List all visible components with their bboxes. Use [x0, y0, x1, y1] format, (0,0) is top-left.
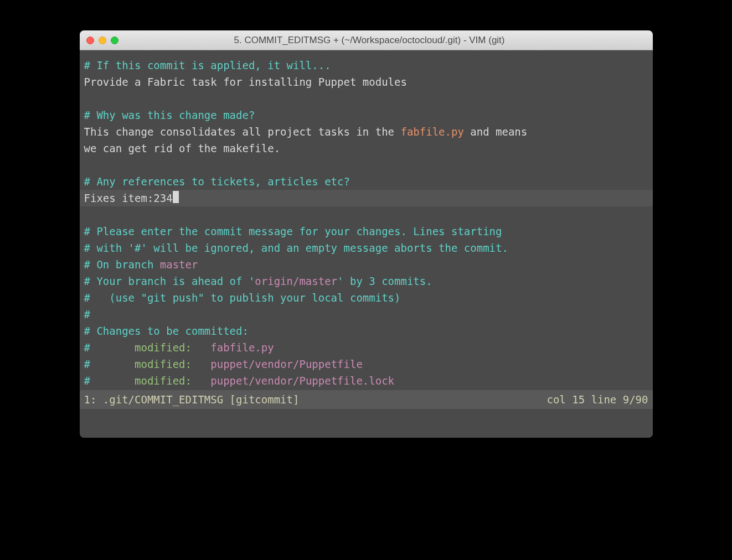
body-text: This change consolidates all project tas…: [84, 126, 401, 138]
modified-file: puppet/vendor/Puppetfile.lock: [210, 375, 394, 387]
empty-line: [80, 206, 653, 223]
hash: #: [84, 358, 90, 370]
modified-label: modified:: [90, 358, 210, 370]
close-button[interactable]: [86, 37, 94, 44]
comment-line: # with '#' will be ignored, and an empty…: [84, 242, 508, 254]
comment-line: # Changes to be committed:: [84, 325, 249, 337]
comment-line: # If this commit is applied, it will...: [84, 59, 331, 71]
hash: #: [84, 375, 90, 387]
statusbar-file: 1: .git/COMMIT_EDITMSG [gitcommit]: [84, 391, 300, 408]
terminal-window: 5. COMMIT_EDITMSG + (~/Workspace/octoclo…: [80, 30, 653, 438]
filename-highlight: fabfile.py: [400, 126, 463, 138]
comment-line: #: [84, 308, 90, 320]
branch-name: master: [160, 258, 198, 271]
vim-statusbar: 1: .git/COMMIT_EDITMSG [gitcommit] col 1…: [80, 390, 653, 409]
comment-line: # (use "git push" to publish your local …: [84, 292, 401, 304]
statusbar-position: col 15 line 9/90: [547, 391, 648, 408]
comment-line: # Why was this change made?: [84, 109, 255, 121]
window-title: 5. COMMIT_EDITMSG + (~/Workspace/octoclo…: [126, 35, 646, 46]
remote-branch: origin/master: [255, 275, 337, 287]
modified-label: modified:: [90, 375, 210, 387]
window-titlebar[interactable]: 5. COMMIT_EDITMSG + (~/Workspace/octoclo…: [80, 30, 653, 50]
cursor: [173, 191, 179, 203]
cursor-line: Fixes item:234: [80, 190, 653, 206]
commit-title: Provide a Fabric task for installing Pup…: [84, 76, 407, 88]
empty-line: [80, 157, 653, 173]
empty-line: [80, 90, 653, 107]
modified-file: puppet/vendor/Puppetfile: [210, 358, 363, 370]
reference-text: Fixes item:234: [84, 192, 173, 204]
modified-file: fabfile.py: [210, 341, 274, 354]
branch-comment-prefix: # On branch: [84, 258, 160, 271]
minimize-button[interactable]: [99, 37, 106, 44]
comment-line: # Please enter the commit message for yo…: [84, 225, 502, 237]
modified-label: modified:: [90, 341, 210, 354]
maximize-button[interactable]: [111, 37, 118, 44]
command-area[interactable]: [80, 409, 653, 437]
body-text: and means: [464, 126, 527, 138]
comment-line: # Any references to tickets, articles et…: [84, 175, 350, 188]
vim-editor[interactable]: # If this commit is applied, it will... …: [80, 50, 653, 438]
remote-comment-suffix: ' by 3 commits.: [337, 275, 432, 287]
body-text: we can get rid of the makefile.: [84, 142, 281, 154]
hash: #: [84, 341, 90, 354]
window-controls: [86, 37, 118, 44]
remote-comment-prefix: # Your branch is ahead of ': [84, 275, 255, 287]
